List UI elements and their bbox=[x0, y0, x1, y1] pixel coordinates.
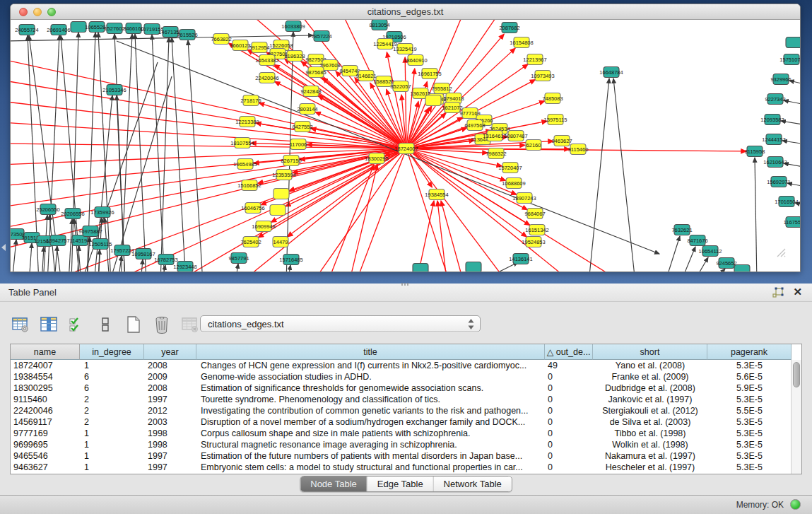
cell-short[interactable]: de Silva et al. (2003) bbox=[593, 416, 707, 428]
table-row[interactable]: 969969511998Structural magnetic resonanc… bbox=[11, 439, 792, 450]
row-height-button[interactable] bbox=[95, 314, 116, 335]
network-node[interactable]: 2803144 bbox=[297, 104, 317, 115]
network-node[interactable]: 19654985 bbox=[233, 159, 257, 170]
cell-name[interactable]: 9115460 bbox=[11, 394, 80, 405]
cell-out_de[interactable]: 0 bbox=[545, 371, 593, 382]
network-node[interactable]: 6497568 bbox=[464, 120, 485, 131]
table-row[interactable]: 1872400712008Changes of HCN gene express… bbox=[11, 360, 792, 371]
network-node[interactable]: 12923448 bbox=[173, 262, 196, 272]
cell-year[interactable]: 1998 bbox=[144, 428, 196, 439]
cell-name[interactable]: 14569117 bbox=[11, 416, 80, 428]
network-edge[interactable] bbox=[118, 256, 122, 271]
cell-name[interactable]: 9465546 bbox=[11, 450, 80, 462]
network-canvas[interactable]: 2405572420691406106552871527602846616010… bbox=[11, 20, 800, 271]
cell-year[interactable]: 1997 bbox=[144, 450, 196, 462]
cell-short[interactable]: Hescheler et al. (1997) bbox=[593, 462, 707, 473]
table-row[interactable]: 946362711997Embryonic stem cells: a mode… bbox=[11, 462, 792, 473]
network-node[interactable]: 62160 bbox=[526, 140, 541, 151]
network-node[interactable]: 9684067 bbox=[524, 209, 545, 219]
network-node[interactable]: 12213967 bbox=[523, 54, 546, 65]
cell-year[interactable]: 1997 bbox=[144, 394, 196, 405]
panel-collapse-arrow-icon[interactable] bbox=[1, 244, 6, 251]
network-edge[interactable] bbox=[188, 40, 203, 271]
cell-in_degree[interactable]: 2 bbox=[80, 394, 144, 405]
network-edge[interactable] bbox=[11, 35, 313, 41]
network-node[interactable]: 12213389 bbox=[235, 117, 259, 127]
network-edge[interactable] bbox=[42, 247, 44, 271]
network-node[interactable]: 12444157 bbox=[762, 134, 785, 145]
table-select-dropdown[interactable]: citations_edges.txt bbox=[200, 315, 481, 332]
cell-name[interactable]: 18724007 bbox=[11, 360, 80, 371]
network-node[interactable]: 7625402 bbox=[240, 237, 261, 247]
network-node[interactable]: 7955812 bbox=[431, 83, 452, 94]
cell-in_degree[interactable]: 1 bbox=[80, 439, 144, 450]
cell-in_degree[interactable]: 6 bbox=[80, 382, 144, 394]
network-node[interactable]: 21053346 bbox=[102, 85, 126, 95]
network-edge[interactable] bbox=[288, 148, 406, 237]
cell-pagerank[interactable]: 5.9E-5 bbox=[707, 382, 792, 394]
network-node[interactable]: 14136141 bbox=[509, 254, 532, 264]
network-edge[interactable] bbox=[665, 236, 680, 271]
network-node[interactable]: 16210643 bbox=[763, 157, 787, 168]
network-edge[interactable] bbox=[54, 246, 57, 271]
network-node[interactable]: 16151342 bbox=[525, 225, 548, 235]
cell-year[interactable]: 2003 bbox=[144, 416, 196, 428]
cell-short[interactable]: Yano et al. (2008) bbox=[593, 360, 707, 371]
cell-pagerank[interactable]: 5.3E-5 bbox=[707, 394, 792, 405]
cell-title[interactable]: Corpus callosum shape and size in male p… bbox=[196, 428, 545, 439]
table-row[interactable]: 1830029562008Estimation of significance … bbox=[11, 382, 792, 394]
cell-short[interactable]: Dudbridge et al. (2008) bbox=[593, 382, 707, 394]
network-edge[interactable] bbox=[288, 265, 290, 271]
table-row[interactable]: 2242004622012Investigating the contribut… bbox=[11, 405, 792, 416]
cell-out_de[interactable]: 49 bbox=[545, 360, 593, 371]
network-node[interactable] bbox=[71, 22, 86, 33]
network-node[interactable]: 10973493 bbox=[531, 71, 554, 81]
network-node[interactable]: 7663822 bbox=[211, 34, 231, 45]
network-node[interactable] bbox=[413, 264, 428, 272]
network-node[interactable]: 9242848 bbox=[300, 86, 321, 97]
network-node[interactable]: 8471676 bbox=[687, 235, 707, 246]
cell-year[interactable]: 1997 bbox=[144, 462, 196, 473]
cell-short[interactable]: Nakamura et al. (1997) bbox=[593, 450, 707, 462]
cell-short[interactable]: Wolkin et al. (1998) bbox=[593, 439, 707, 450]
network-node[interactable]: 16033809 bbox=[281, 21, 305, 32]
network-node[interactable]: 16961755 bbox=[418, 69, 441, 79]
cell-pagerank[interactable]: 5.3E-5 bbox=[707, 416, 792, 428]
network-node[interactable]: 16046756 bbox=[241, 203, 264, 214]
network-edge[interactable] bbox=[712, 269, 725, 271]
cell-name[interactable]: 9463627 bbox=[11, 462, 80, 473]
cell-out_de[interactable]: 0 bbox=[545, 416, 593, 428]
create-column-button[interactable] bbox=[123, 314, 144, 335]
network-node[interactable]: 16154808 bbox=[510, 37, 533, 48]
table-mode-button[interactable] bbox=[10, 314, 31, 335]
cell-short[interactable]: Franke et al. (2009) bbox=[593, 371, 707, 382]
network-node[interactable]: 7857224 bbox=[311, 31, 331, 42]
network-node[interactable]: 14479 bbox=[273, 237, 288, 247]
network-node[interactable]: 16543382 bbox=[255, 55, 278, 66]
cell-in_degree[interactable]: 1 bbox=[80, 360, 144, 371]
network-node[interactable]: 9875685 bbox=[305, 67, 326, 78]
network-node[interactable]: 12505115 bbox=[89, 239, 112, 250]
cell-out_de[interactable]: 0 bbox=[545, 450, 593, 462]
float-window-icon[interactable] bbox=[772, 287, 784, 298]
network-edge[interactable] bbox=[160, 37, 169, 271]
table-row[interactable]: 1938455462009Genome-wide association stu… bbox=[11, 371, 792, 382]
cell-title[interactable]: Investigating the contribution of common… bbox=[196, 405, 545, 416]
network-node[interactable]: 9857791 bbox=[228, 253, 249, 264]
network-node[interactable]: 9329966 bbox=[770, 74, 791, 85]
cell-out_de[interactable]: 0 bbox=[545, 405, 593, 416]
close-panel-icon[interactable]: ✕ bbox=[793, 286, 802, 298]
selection-mode-button[interactable] bbox=[66, 314, 88, 335]
network-edge[interactable] bbox=[235, 264, 238, 271]
network-node[interactable]: 15692971 bbox=[767, 177, 790, 187]
resize-grip-icon[interactable] bbox=[776, 247, 786, 257]
cell-in_degree[interactable]: 6 bbox=[80, 371, 144, 382]
tab-edge-table[interactable]: Edge Table bbox=[367, 477, 434, 491]
network-node[interactable] bbox=[273, 189, 289, 199]
network-node[interactable]: 17016504 bbox=[775, 197, 798, 207]
network-edge[interactable] bbox=[11, 148, 406, 207]
network-node[interactable] bbox=[466, 262, 481, 272]
network-edge[interactable] bbox=[417, 201, 434, 271]
network-edge[interactable] bbox=[98, 33, 111, 271]
network-node[interactable]: 10688609 bbox=[502, 178, 525, 189]
